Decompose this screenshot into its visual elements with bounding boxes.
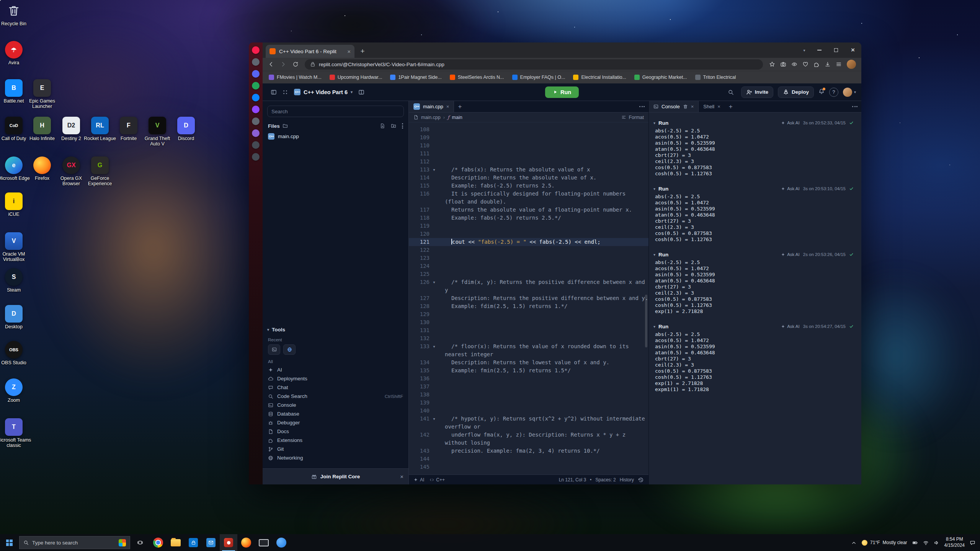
new-editor-tab-button[interactable]: + [454,101,466,112]
task-view-button[interactable] [131,534,149,551]
taskbar-app-microsoft-store[interactable] [185,534,202,551]
chevron-down-icon[interactable]: ▾ [653,253,655,257]
account-menu[interactable]: ▾ [843,88,856,97]
rail-app-icon[interactable] [252,58,260,66]
code-line-127[interactable]: 127Description: Returns the positive dif… [409,294,648,302]
taskbar-app-chrome[interactable] [149,534,167,551]
recent-console-tile[interactable] [268,344,280,355]
taskbar-app-active-app[interactable] [220,534,237,551]
code-line-126[interactable]: 126▾/* fdim(x, y): Returns the positive … [409,278,648,286]
console-run-header[interactable]: ▾RunAsk AI2s on 20:53:26, 04/15 [653,249,854,259]
ask-ai-button[interactable]: Ask AI [781,186,800,191]
bookmark-steelseries-arctis-n[interactable]: SteelSeries Arctis N... [450,75,504,80]
code-line-129[interactable]: 129 [409,310,648,318]
sidebar-item-ai[interactable]: AI [263,365,408,374]
rail-app-icon[interactable] [252,82,260,90]
format-button[interactable]: Format [621,115,644,120]
wifi-icon[interactable] [923,540,929,546]
code-line-108[interactable]: 108 [409,126,648,134]
sidebar-toggle-icon[interactable] [268,86,279,98]
help-button[interactable]: ? [829,88,838,97]
deploy-button[interactable]: Deploy [778,86,814,98]
code-line-139[interactable]: 139 [409,399,648,407]
fold-chevron-icon[interactable]: ▾ [430,278,439,286]
code-line-115[interactable]: 115Example: fabs(-2.5) returns 2.5. [409,182,648,190]
clear-console-trash-icon[interactable] [683,104,688,109]
code-line-113[interactable]: 113▾/* fabs(x): Returns the absolute val… [409,166,648,174]
new-folder-icon[interactable] [391,123,396,129]
desktop-icon-desktop[interactable]: DDesktop [0,305,31,329]
fold-chevron-icon[interactable]: ▾ [430,342,439,350]
sidebar-item-deployments[interactable]: Deployments [263,374,408,383]
ask-ai-button[interactable]: Ask AI [781,121,800,125]
breadcrumb-symbol[interactable]: main [452,115,462,120]
invite-button[interactable]: Invite [741,86,773,98]
desktop-icon-steam[interactable]: SSteam [0,268,31,293]
desktop-icon-zoom[interactable]: ZZoom [0,378,31,403]
console-run-header[interactable]: ▾RunAsk AI3s on 20:54:27, 04/15 [653,321,854,331]
code-line-125[interactable]: 125 [409,270,648,278]
close-tab-icon[interactable]: × [347,49,351,54]
editor-scrollbar-thumb[interactable] [645,295,647,347]
browser-menu-icon[interactable] [836,61,842,67]
workspace-grid-icon[interactable] [279,86,291,98]
code-line-123[interactable]: 123 [409,254,648,262]
window-close-button[interactable]: × [844,42,861,58]
desktop-icon-microsoft-teams-classic[interactable]: TMicrosoft Teams classic [0,418,31,448]
desktop-icon-discord[interactable]: DDiscord [168,117,204,141]
bookmark-employer-faqs-o[interactable]: Employer FAQs | O... [512,75,565,80]
bookmark-fmovies-watch-m[interactable]: FMovies | Watch M... [269,75,322,80]
window-maximize-button[interactable] [828,42,844,58]
forward-icon[interactable] [278,59,289,70]
console-run-header[interactable]: ▾RunAsk AI3s on 20:52:33, 04/15 [653,118,854,128]
downloads-icon[interactable] [825,61,831,67]
hidden-icons-caret[interactable] [851,540,857,546]
taskbar-app-messaging-app[interactable] [273,534,290,551]
weather-widget[interactable]: 71°F Mostly clear [862,540,907,546]
volume-icon[interactable] [934,540,939,546]
code-line-119[interactable]: 119 [409,222,648,230]
battery-icon[interactable] [912,540,918,546]
sidebar-item-database[interactable]: Database [263,409,408,418]
status-history[interactable]: History [620,477,634,483]
code-line-wrap[interactable]: overflow or [409,423,648,431]
code-line-121[interactable]: 121cout << "fabs(-2.5) = " << fabs(-2.5)… [409,238,648,246]
window-minimize-button[interactable] [811,42,828,58]
ask-ai-button[interactable]: Ask AI [781,252,800,257]
code-line-110[interactable]: 110 [409,142,648,150]
join-replit-core-banner[interactable]: Join Replit Core × [263,468,408,484]
tools-section-header[interactable]: ▾ Tools [263,324,408,334]
code-line-114[interactable]: 114Description: Returns the absolute val… [409,174,648,182]
bookmark-star-icon[interactable] [769,61,775,67]
close-tab-icon[interactable]: × [717,104,720,109]
bing-daily-icon[interactable] [119,539,126,546]
code-line-112[interactable]: 112 [409,158,648,166]
lock-icon[interactable] [310,61,316,67]
code-line-109[interactable]: 109 [409,134,648,142]
new-console-tab-button[interactable]: + [725,101,737,112]
taskbar-app-mail[interactable] [202,534,220,551]
search-icon[interactable] [725,86,737,98]
ask-ai-button[interactable]: Ask AI [781,324,800,329]
code-line-135[interactable]: 135Example: fmin(2.5, 1.5) returns 1.5*/ [409,367,648,375]
reload-icon[interactable] [290,59,301,70]
code-line-wrap[interactable]: nearest integer [409,350,648,359]
new-file-icon[interactable] [380,123,385,129]
code-line-137[interactable]: 137 [409,383,648,391]
extensions-puzzle-icon[interactable] [813,61,820,67]
desktop-icon-avira[interactable]: ☂Avira [0,41,31,65]
browser-profile-avatar[interactable] [847,60,856,69]
code-line-111[interactable]: 111 [409,150,648,158]
desktop-icon-epic-games-launcher[interactable]: EEpic Games Launcher [24,79,60,109]
taskbar-app-file-explorer[interactable] [167,534,185,551]
sidebar-item-console[interactable]: Console [263,401,408,409]
code-line-134[interactable]: 134Description: Returns the lowest value… [409,359,648,367]
layout-columns-icon[interactable] [356,86,367,98]
editor-tab-main-cpp[interactable]: C++ main.cpp × [409,101,454,112]
bookmark-upcoming-hardwar[interactable]: Upcoming Hardwar... [330,75,382,80]
taskbar-clock[interactable]: 8:54 PM 4/15/2024 [944,536,965,548]
editor-options-icon[interactable] [639,106,645,107]
console-options-icon[interactable] [852,106,858,107]
rail-app-icon[interactable] [252,94,260,101]
history-icon[interactable] [638,477,644,483]
